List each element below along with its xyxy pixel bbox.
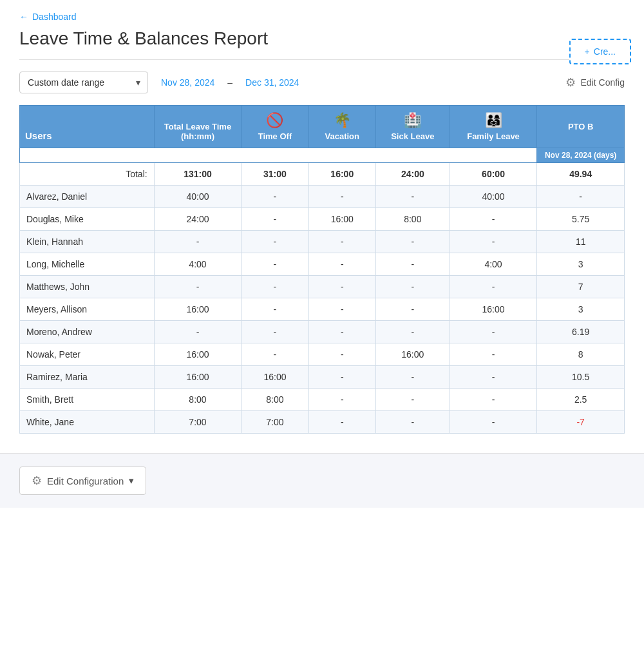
row-sick: - [375,276,450,298]
edit-configuration-label: Edit Configuration [47,476,124,486]
edit-config-header-label: Edit Config [581,77,625,88]
col-header-total: Total Leave Time (hh:mm) [154,106,242,148]
row-timeoff: - [242,231,308,253]
row-family: 4:00 [450,253,537,276]
total-timeoff: 31:00 [242,163,308,186]
col-header-family-label: Family Leave [467,131,520,141]
footer-bar: ⚙ Edit Configuration ▾ [0,453,644,508]
row-family: - [450,321,537,343]
row-pto: 3 [537,298,625,321]
date-start-link[interactable]: Nov 28, 2024 [161,77,214,88]
breadcrumb-label[interactable]: Dashboard [32,12,77,22]
row-sick: - [375,321,450,343]
page-title: Leave Time & Balances Report [19,28,625,49]
col-header-vacation: 🌴 Vacation [308,106,375,148]
row-total: 16:00 [154,366,242,389]
breadcrumb-arrow: ← [19,12,28,22]
row-timeoff: - [242,321,308,343]
col-header-sick: 🏥 Sick Leave [375,106,450,148]
row-timeoff: - [242,186,308,208]
row-vacation: 16:00 [308,208,375,231]
row-family: - [450,208,537,231]
row-name: Klein, Hannah [20,231,155,253]
table-row: Moreno, Andrew-----6.19 [20,321,625,343]
row-timeoff: - [242,208,308,231]
row-name: Long, Michelle [20,253,155,276]
row-total: 16:00 [154,298,242,321]
row-name: Matthews, John [20,276,155,298]
row-family: - [450,366,537,389]
col-header-pto-label: PTO B [568,122,594,131]
col-header-sick-label: Sick Leave [391,131,434,141]
col-header-pto: PTO B [537,106,625,148]
row-pto: 8 [537,343,625,366]
col-header-users: Users [20,106,155,148]
create-button[interactable]: + Cre... [569,39,631,64]
date-separator: – [227,77,232,88]
row-family: - [450,411,537,434]
total-family: 60:00 [450,163,537,186]
row-timeoff: - [242,253,308,276]
row-total: 16:00 [154,343,242,366]
row-name: Nowak, Peter [20,343,155,366]
row-vacation: - [308,343,375,366]
row-pto: 3 [537,253,625,276]
date-range-select[interactable]: Custom date range [19,72,148,93]
col-header-vacation-label: Vacation [325,131,359,141]
row-sick: - [375,186,450,208]
row-family: - [450,276,537,298]
leave-table: Users Total Leave Time (hh:mm) 🚫 Time Of… [19,105,625,434]
total-sick: 24:00 [375,163,450,186]
row-sick: 8:00 [375,208,450,231]
top-bar: ← Dashboard Leave Time & Balances Report… [0,0,644,49]
total-label: Total: [20,163,155,186]
table-row: Ramirez, Maria16:0016:00---10.5 [20,366,625,389]
row-total: 8:00 [154,389,242,411]
table-row: Meyers, Allison16:00---16:003 [20,298,625,321]
row-vacation: - [308,389,375,411]
row-family: - [450,343,537,366]
row-vacation: - [308,298,375,321]
table-row: Klein, Hannah-----11 [20,231,625,253]
row-sick: 16:00 [375,343,450,366]
table-row: Smith, Brett8:008:00---2.5 [20,389,625,411]
row-sick: - [375,298,450,321]
col-header-timeoff-label: Time Off [258,131,292,141]
sick-icon: 🏥 [381,112,444,129]
table-row: Matthews, John-----7 [20,276,625,298]
family-icon: 👨‍👩‍👧 [455,112,532,129]
date-end-link[interactable]: Dec 31, 2024 [245,77,299,88]
row-family: 16:00 [450,298,537,321]
edit-config-dropdown-arrow: ▾ [129,475,134,486]
row-timeoff: - [242,298,308,321]
row-vacation: - [308,321,375,343]
row-total: 24:00 [154,208,242,231]
row-sick: - [375,389,450,411]
row-family: - [450,389,537,411]
row-name: Ramirez, Maria [20,366,155,389]
table-row: White, Jane7:007:00----7 [20,411,625,434]
row-pto: 7 [537,276,625,298]
row-pto: 11 [537,231,625,253]
row-total: - [154,321,242,343]
table-row: Long, Michelle4:00---4:003 [20,253,625,276]
row-timeoff: 16:00 [242,366,308,389]
row-timeoff: - [242,276,308,298]
table-row: Douglas, Mike24:00-16:008:00-5.75 [20,208,625,231]
row-vacation: - [308,186,375,208]
edit-config-header-button[interactable]: ⚙ Edit Config [565,75,625,90]
row-pto: 10.5 [537,366,625,389]
edit-configuration-button[interactable]: ⚙ Edit Configuration ▾ [19,467,146,495]
breadcrumb[interactable]: ← Dashboard [19,12,625,22]
row-pto: -7 [537,411,625,434]
vacation-icon: 🌴 [314,112,370,129]
row-vacation: - [308,231,375,253]
row-name: Douglas, Mike [20,208,155,231]
create-button-label: Cre... [594,46,616,57]
page: ← Dashboard Leave Time & Balances Report… [0,0,644,645]
row-pto: 5.75 [537,208,625,231]
row-pto: - [537,186,625,208]
total-row: Total: 131:00 31:00 16:00 24:00 60:00 49… [20,163,625,186]
row-sick: - [375,253,450,276]
row-name: Moreno, Andrew [20,321,155,343]
